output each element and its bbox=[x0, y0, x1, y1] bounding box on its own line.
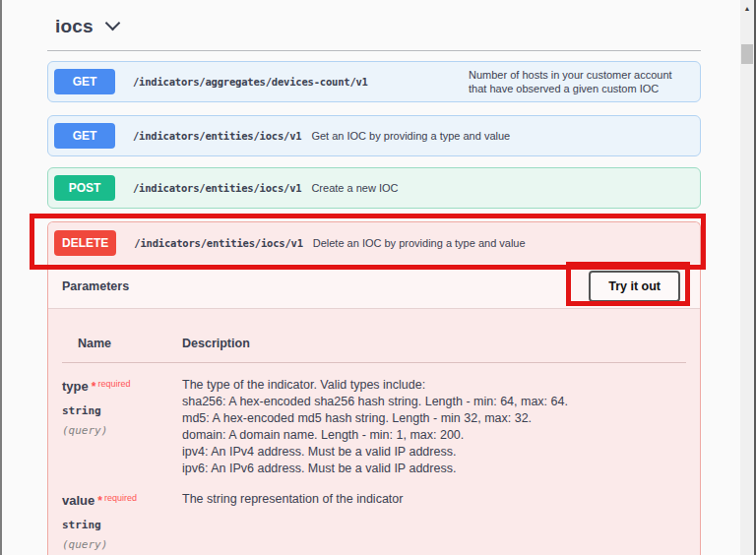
scrollbar-thumb[interactable] bbox=[741, 44, 753, 64]
endpoint-path: /indicators/aggregates/devices-count/v1 bbox=[133, 76, 368, 88]
endpoint-description: Number of hosts in your customer account… bbox=[469, 68, 700, 95]
method-badge-delete: DELETE bbox=[54, 230, 116, 256]
required-label: required bbox=[97, 379, 130, 389]
endpoint-row-get-iocs[interactable]: GET /indicators/entities/iocs/v1 Get an … bbox=[47, 115, 701, 156]
param-data-type: string bbox=[62, 404, 182, 417]
required-star: * bbox=[92, 380, 96, 394]
parameters-title: Parameters bbox=[62, 279, 129, 293]
method-badge-get: GET bbox=[54, 123, 115, 149]
param-description-line: ipv6: An IPv6 address. Must be a valid I… bbox=[182, 461, 686, 477]
try-it-out-button[interactable]: Try it out bbox=[589, 271, 680, 302]
param-location: (query) bbox=[62, 424, 182, 437]
endpoint-description: Delete an IOC by providing a type and va… bbox=[313, 236, 700, 250]
window-left-border bbox=[0, 0, 2, 555]
endpoint-path: /indicators/entities/iocs/v1 bbox=[133, 130, 301, 142]
endpoint-block-delete-iocs: DELETE /indicators/entities/iocs/v1 Dele… bbox=[47, 221, 701, 555]
param-name-cell: type*required string (query) bbox=[62, 377, 182, 477]
param-description-cell: The string representation of the indicat… bbox=[182, 491, 686, 551]
column-header-description: Description bbox=[182, 337, 686, 350]
table-header-row: Name Description bbox=[62, 309, 686, 363]
required-label: required bbox=[104, 493, 137, 503]
endpoint-description: Create a new IOC bbox=[311, 181, 700, 195]
endpoint-path: /indicators/entities/iocs/v1 bbox=[133, 182, 301, 194]
endpoint-row-get-devices-count[interactable]: GET /indicators/aggregates/devices-count… bbox=[47, 61, 701, 102]
endpoint-row-post-iocs[interactable]: POST /indicators/entities/iocs/v1 Create… bbox=[47, 167, 701, 209]
param-data-type: string bbox=[62, 519, 182, 531]
param-name: value bbox=[62, 493, 94, 508]
table-row-param-value: value*required string (query) The string… bbox=[62, 477, 686, 551]
required-star: * bbox=[97, 494, 102, 508]
table-row-param-type: type*required string (query) The type of… bbox=[62, 363, 686, 477]
parameters-table: Name Description type*required string (q… bbox=[48, 309, 700, 551]
column-header-name: Name bbox=[62, 337, 182, 350]
endpoint-path: /indicators/entities/iocs/v1 bbox=[134, 237, 302, 249]
parameters-header: Parameters Try it out bbox=[48, 264, 700, 309]
method-badge-post: POST bbox=[54, 175, 115, 201]
chevron-down-icon bbox=[107, 18, 119, 30]
tag-section-iocs-toggle[interactable]: iocs bbox=[55, 16, 119, 37]
param-description-line: The type of the indicator. Valid types i… bbox=[182, 377, 686, 394]
param-description-line: The string representation of the indicat… bbox=[182, 491, 686, 508]
param-description-cell: The type of the indicator. Valid types i… bbox=[182, 377, 686, 477]
method-badge-get: GET bbox=[54, 69, 115, 94]
endpoint-description: Get an IOC by providing a type and value bbox=[311, 129, 700, 143]
param-description-line: ipv4: An IPv4 address. Must be a valid I… bbox=[182, 444, 686, 461]
endpoint-row-delete-iocs[interactable]: DELETE /indicators/entities/iocs/v1 Dele… bbox=[48, 222, 700, 264]
param-description-line: sha256: A hex-encoded sha256 hash string… bbox=[182, 394, 686, 410]
scroll-up-icon[interactable]: ▲ bbox=[740, 1, 754, 15]
param-description-line: md5: A hex-encoded md5 hash string. Leng… bbox=[182, 410, 686, 427]
param-name-cell: value*required string (query) bbox=[62, 491, 182, 551]
section-divider bbox=[47, 50, 701, 51]
param-description-line: domain: A domain name. Length - min: 1, … bbox=[182, 427, 686, 444]
vertical-scrollbar[interactable]: ▲ bbox=[740, 0, 754, 555]
page-title: iocs bbox=[55, 16, 94, 37]
param-name: type bbox=[62, 379, 89, 394]
param-location: (query) bbox=[62, 538, 182, 551]
